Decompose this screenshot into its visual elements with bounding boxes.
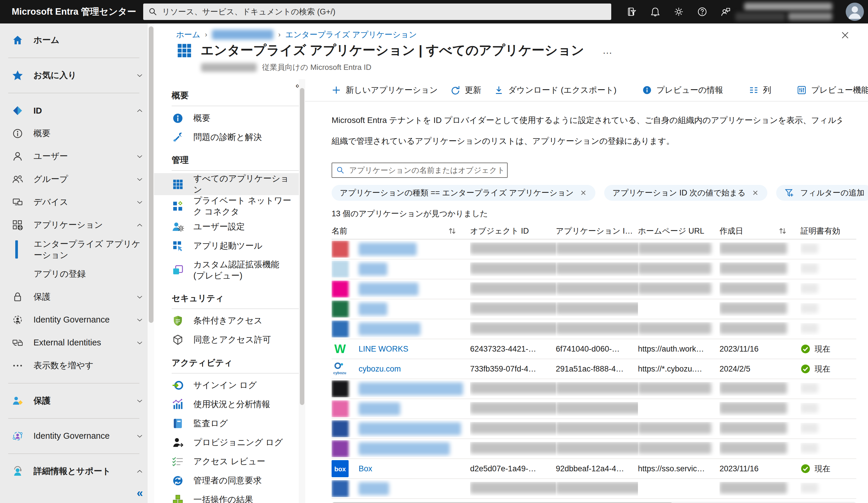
- app-name-link[interactable]: Box: [359, 464, 372, 473]
- certificate-cell: [800, 423, 856, 435]
- sort-icon: [448, 227, 457, 235]
- sidebar-item[interactable]: 保護: [0, 286, 148, 308]
- column-header[interactable]: 名前: [332, 226, 470, 236]
- blade-menu-item[interactable]: 使用状況と分析情報: [154, 395, 299, 414]
- blade-menu-item[interactable]: 問題の診断と解決: [154, 128, 299, 147]
- avatar[interactable]: [846, 3, 864, 21]
- column-header[interactable]: 証明書有効: [800, 226, 856, 236]
- sidebar-item[interactable]: External Identities: [0, 331, 148, 354]
- app-name-link[interactable]: cybozu.com: [359, 365, 401, 373]
- sort-icon[interactable]: [778, 227, 787, 235]
- sidebar-subitem[interactable]: エンタープライズ アプリケーション: [0, 237, 148, 263]
- toolbar-button[interactable]: プレビューの情報: [642, 84, 723, 96]
- column-header[interactable]: アプリケーション I…: [556, 226, 638, 236]
- blade-menu-item[interactable]: プライベート ネットワーク コネクタ: [154, 195, 299, 217]
- sidebar-item[interactable]: グループ: [0, 168, 148, 191]
- blade-menu-item[interactable]: 同意とアクセス許可: [154, 330, 299, 350]
- name-cell: [332, 380, 470, 397]
- notifications-bell-icon[interactable]: [650, 7, 660, 17]
- settings-gear-icon[interactable]: [674, 7, 684, 17]
- blade-menu-item[interactable]: 条件付きアクセス: [154, 311, 299, 330]
- sidebar-item[interactable]: 詳細情報とサポート: [0, 460, 148, 483]
- table-row[interactable]: WLINE WORKS62437323-4421-…6f741040-d060-…: [332, 339, 856, 359]
- blade-menu-item[interactable]: アクセス レビュー: [154, 452, 299, 471]
- filter-pill-label: アプリケーション ID 次の値で始まる: [612, 187, 746, 198]
- filter-pill[interactable]: アプリケーションの種類 == エンタープライズ アプリケーション: [332, 185, 596, 201]
- toolbar-button[interactable]: ダウンロード (エクスポート): [494, 84, 617, 96]
- sidebar-subitem[interactable]: アプリの登録: [0, 263, 148, 286]
- table-row[interactable]: [332, 319, 856, 339]
- blade-menu-item[interactable]: すべてのアプリケーション: [154, 173, 299, 195]
- blade-menu-item[interactable]: アプリ起動ツール: [154, 237, 299, 256]
- breadcrumb-separator: ›: [278, 31, 280, 39]
- breadcrumb-redacted-tenant[interactable]: [212, 30, 273, 40]
- blade-menu-item[interactable]: 概要: [154, 109, 299, 128]
- blade-menu-item[interactable]: 一括操作の結果: [154, 490, 299, 503]
- object-id-cell: [470, 382, 556, 396]
- help-icon[interactable]: [697, 7, 707, 17]
- toolbar-button-label: 更新: [465, 84, 481, 96]
- blade-menu-item[interactable]: ユーザー設定: [154, 217, 299, 237]
- blade-menu-item[interactable]: 管理者の同意要求: [154, 471, 299, 490]
- table-row[interactable]: boxBoxd2e5d07e-1a49-…92dbbeaf-12a4-4…htt…: [332, 459, 856, 479]
- sidebar-item[interactable]: Identity Governance: [0, 308, 148, 331]
- search-icon: [148, 7, 157, 16]
- blade-menu-scrollbar-thumb[interactable]: [300, 88, 304, 405]
- blade-menu-item[interactable]: プロビジョニング ログ: [154, 433, 299, 452]
- homepage-cell: https://*.cybozu.…: [638, 365, 720, 373]
- sidebar-item[interactable]: 表示数を増やす: [0, 354, 148, 377]
- sidebar-item[interactable]: アプリケーション: [0, 214, 148, 237]
- table-row[interactable]: [332, 379, 856, 399]
- filter-remove-icon[interactable]: [580, 189, 587, 197]
- table-row[interactable]: [332, 239, 856, 259]
- toolbar-button[interactable]: 新しいアプリケーション: [332, 84, 438, 96]
- column-header[interactable]: 作成日: [720, 226, 800, 236]
- filter-remove-icon[interactable]: [752, 189, 759, 197]
- breadcrumb-home[interactable]: ホーム: [176, 29, 200, 40]
- toolbar-button[interactable]: 更新: [451, 84, 481, 96]
- sort-icon[interactable]: [448, 227, 457, 235]
- app-title[interactable]: Microsoft Entra 管理センター: [12, 0, 136, 23]
- column-header[interactable]: ホームページ URL: [638, 226, 720, 236]
- close-icon[interactable]: [839, 29, 851, 41]
- sidebar-collapse-button[interactable]: «: [137, 487, 143, 500]
- table-row[interactable]: [332, 439, 856, 459]
- filter-pill[interactable]: アプリケーション ID 次の値で始まる: [604, 185, 767, 201]
- devices-icon: [12, 196, 23, 208]
- page-title-more-button[interactable]: …: [602, 44, 613, 56]
- sidebar-item[interactable]: ホーム: [0, 29, 148, 52]
- table-row[interactable]: [332, 479, 856, 499]
- sidebar-item[interactable]: デバイス: [0, 191, 148, 214]
- sort-icon: [778, 227, 787, 235]
- column-header[interactable]: オブジェクト ID: [470, 226, 556, 236]
- sidebar-item[interactable]: お気に入り: [0, 64, 148, 87]
- table-row[interactable]: [332, 259, 856, 279]
- blade-menu-item[interactable]: カスタム認証拡張機能 (プレビュー): [154, 256, 299, 285]
- app-search-input[interactable]: [349, 163, 507, 177]
- feedback-person-icon[interactable]: [721, 7, 731, 17]
- app-name-link[interactable]: LINE WORKS: [359, 345, 409, 353]
- toolbar-button[interactable]: プレビュー機能: [797, 84, 868, 96]
- blade-menu-item-label: 使用状況と分析情報: [193, 399, 270, 410]
- certificate-status-badge: 現在: [800, 363, 849, 374]
- sidebar-item[interactable]: 保護: [0, 389, 148, 412]
- global-search-input[interactable]: [162, 3, 611, 20]
- table-row[interactable]: cybozucybozu.com733fb359-07fd-4…291a51ac…: [332, 359, 856, 379]
- sidebar-scrollbar-thumb[interactable]: [149, 27, 154, 323]
- app-id-cell: [556, 442, 638, 456]
- directory-filter-icon[interactable]: [627, 7, 637, 17]
- blade-menu-item[interactable]: サインイン ログ: [154, 376, 299, 395]
- table-row[interactable]: [332, 279, 856, 299]
- account-info-redacted[interactable]: [744, 3, 832, 21]
- table-row[interactable]: [332, 299, 856, 319]
- table-row[interactable]: [332, 399, 856, 419]
- sidebar-item[interactable]: ID: [0, 99, 148, 122]
- filter-pill[interactable]: フィルターの追加: [776, 185, 868, 201]
- sidebar-item[interactable]: ユーザー: [0, 145, 148, 168]
- table-row[interactable]: [332, 419, 856, 439]
- sidebar-item[interactable]: 概要: [0, 122, 148, 145]
- toolbar-button[interactable]: 列: [749, 84, 771, 96]
- toolbar-button-label: 列: [763, 84, 771, 96]
- sidebar-item[interactable]: Identity Governance: [0, 425, 148, 448]
- blade-menu-item[interactable]: 監査ログ: [154, 414, 299, 433]
